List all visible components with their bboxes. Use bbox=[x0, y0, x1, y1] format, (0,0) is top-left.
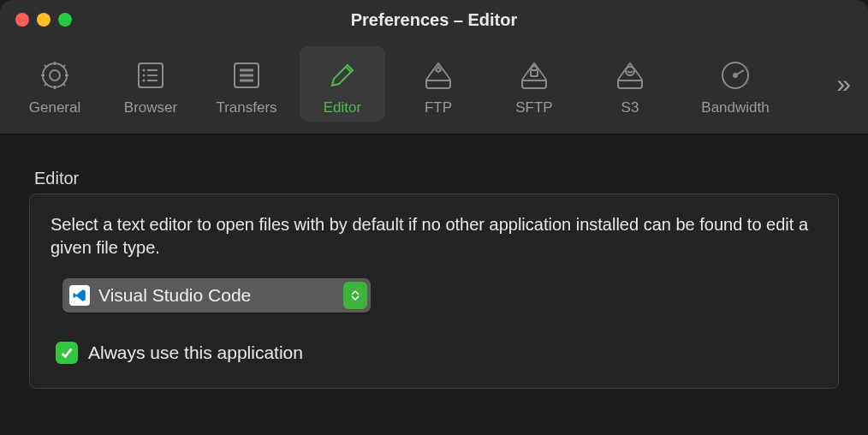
tab-label: Browser bbox=[124, 99, 177, 116]
drive-s3-icon bbox=[611, 57, 649, 94]
editor-description: Select a text editor to open files with … bbox=[51, 213, 817, 259]
drive-ftp-icon bbox=[419, 57, 457, 94]
svg-point-0 bbox=[50, 70, 60, 80]
tab-general[interactable]: General bbox=[12, 46, 98, 122]
zoom-window-button[interactable] bbox=[58, 13, 72, 27]
tab-sftp[interactable]: SFTP bbox=[491, 46, 577, 122]
tab-label: SFTP bbox=[515, 99, 552, 116]
always-use-checkbox[interactable] bbox=[56, 342, 78, 364]
svg-point-1 bbox=[43, 63, 67, 87]
gear-icon bbox=[36, 57, 74, 94]
editor-group: Select a text editor to open files with … bbox=[29, 194, 839, 389]
titlebar: Preferences – Editor bbox=[0, 0, 868, 39]
window-title: Preferences – Editor bbox=[0, 10, 868, 30]
tab-label: General bbox=[29, 99, 80, 116]
tab-label: S3 bbox=[621, 99, 639, 116]
tab-label: Editor bbox=[324, 99, 361, 116]
tab-label: FTP bbox=[425, 99, 452, 116]
toolbar-overflow-button[interactable]: » bbox=[836, 69, 856, 98]
traffic-lights bbox=[15, 13, 72, 27]
editor-select-value: Visual Studio Code bbox=[98, 285, 251, 306]
gauge-icon bbox=[716, 57, 754, 94]
tab-editor[interactable]: Editor bbox=[300, 46, 385, 122]
svg-point-17 bbox=[626, 67, 634, 75]
drive-lock-icon bbox=[515, 57, 553, 94]
tab-browser[interactable]: Browser bbox=[108, 46, 193, 122]
always-use-label: Always use this application bbox=[88, 343, 303, 363]
queue-icon bbox=[228, 57, 265, 94]
preferences-toolbar: General Browser Transfers bbox=[0, 39, 868, 134]
close-window-button[interactable] bbox=[15, 13, 29, 27]
group-label: Editor bbox=[29, 169, 839, 188]
svg-rect-15 bbox=[531, 70, 538, 76]
preferences-content: Editor Select a text editor to open file… bbox=[0, 134, 868, 423]
vscode-icon bbox=[69, 285, 90, 306]
svg-line-21 bbox=[735, 70, 744, 75]
tab-bandwidth[interactable]: Bandwidth bbox=[683, 46, 788, 122]
list-icon bbox=[132, 57, 169, 94]
editor-select[interactable]: Visual Studio Code bbox=[62, 278, 371, 313]
pencil-icon bbox=[324, 57, 361, 94]
tab-transfers[interactable]: Transfers bbox=[204, 46, 289, 122]
tab-label: Bandwidth bbox=[701, 99, 769, 116]
tab-ftp[interactable]: FTP bbox=[395, 46, 481, 122]
tab-s3[interactable]: S3 bbox=[587, 46, 673, 122]
tab-label: Transfers bbox=[216, 99, 276, 116]
minimize-window-button[interactable] bbox=[37, 13, 51, 27]
always-use-row: Always use this application bbox=[56, 342, 817, 364]
updown-stepper-icon bbox=[343, 282, 367, 309]
